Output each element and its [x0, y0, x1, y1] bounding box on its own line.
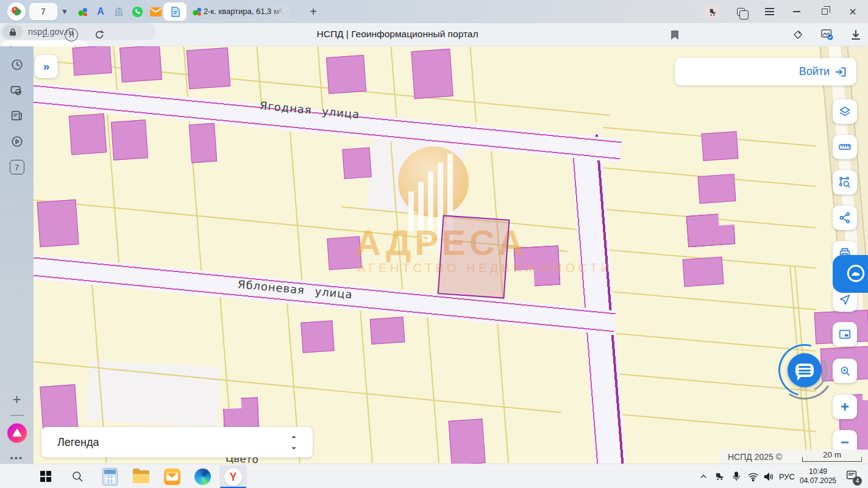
yandex-icon: Я [65, 28, 78, 41]
downloads-button[interactable] [848, 23, 863, 46]
wifi-icon [747, 472, 759, 482]
page-title: НСПД | Геоинформационный портал [316, 29, 478, 40]
restore-icon [822, 9, 828, 15]
layers-button[interactable] [833, 99, 857, 124]
close-button[interactable]: ✕ [845, 4, 861, 19]
pinned-tab-docs-active[interactable] [163, 2, 187, 21]
taskbar-app-calculator[interactable] [101, 464, 119, 488]
building [111, 120, 148, 160]
chat-bubble-icon [795, 364, 814, 377]
tab-counter[interactable]: 7 [29, 3, 57, 20]
restore-button[interactable] [817, 4, 833, 19]
browser-logo[interactable] [6, 1, 27, 22]
login-label: Войти [799, 65, 830, 78]
new-tab-button[interactable]: + [306, 4, 321, 19]
bookmark-icon [671, 30, 679, 40]
tab-list-chevron-icon[interactable]: ▼ [59, 5, 71, 18]
taskbar-explorer[interactable] [132, 464, 150, 488]
tray-microphone[interactable] [729, 464, 744, 488]
tray-expand-button[interactable] [696, 464, 711, 488]
folder-icon [133, 470, 149, 483]
pinned-tab-services[interactable] [74, 4, 90, 19]
zoom-in-button[interactable]: + [833, 395, 857, 419]
taskbar-yandex-active[interactable]: Y [219, 465, 247, 488]
chat-widget[interactable] [781, 346, 828, 394]
minimize-button[interactable] [789, 4, 805, 19]
bookmark-button[interactable] [668, 23, 681, 46]
tray-language[interactable]: РУС [777, 464, 797, 488]
mail-icon [164, 468, 180, 485]
building [37, 199, 79, 247]
seven-icon: 7 [10, 160, 24, 174]
building [686, 212, 735, 247]
legend-panel[interactable]: Легенда ⌃⌃ [41, 427, 313, 458]
skate-icon [704, 4, 720, 20]
building [69, 113, 107, 155]
chat-sticker-widget[interactable] [833, 255, 868, 293]
profile-widget[interactable] [704, 4, 720, 19]
lock-icon[interactable] [2, 25, 23, 38]
map-canvas[interactable]: Ягодная улицаЯблоневая улица АДРЕСА АГЕН… [34, 46, 868, 464]
pinned-tab-bank[interactable] [111, 4, 127, 19]
plus-icon: + [12, 391, 21, 408]
minimize-icon [793, 11, 800, 12]
building [698, 174, 736, 204]
login-icon [834, 66, 847, 78]
whatsapp-icon [132, 6, 143, 18]
start-button[interactable] [35, 464, 56, 488]
pinned-tab-whatsapp[interactable] [129, 4, 145, 19]
notes-button[interactable] [0, 106, 34, 126]
back-button[interactable]: ← [38, 23, 54, 46]
browser-menu-button[interactable] [761, 4, 777, 19]
parcel-line [497, 323, 509, 463]
calculator-icon [102, 468, 118, 486]
search-icon [71, 470, 84, 483]
taskbar-edge[interactable] [193, 464, 212, 488]
parcel-line [290, 132, 302, 280]
share-button[interactable] [833, 206, 857, 230]
extension-button[interactable] [791, 23, 805, 46]
screenshot-button[interactable] [0, 81, 34, 100]
tray-time: 10:49 [809, 467, 827, 476]
screenshot-check-button[interactable] [819, 23, 835, 46]
tab-groups-icon [737, 8, 745, 16]
sneaker-bubble-icon [842, 260, 868, 287]
yandex-home-button[interactable]: Я [63, 23, 79, 46]
building [301, 320, 334, 353]
chat-button[interactable] [788, 353, 822, 387]
tray-volume[interactable] [761, 464, 777, 488]
taskbar-mail[interactable] [163, 464, 181, 488]
menu-icon [765, 8, 774, 15]
colorful-dots-icon [77, 7, 88, 17]
history-button[interactable] [0, 55, 34, 74]
measure-button[interactable] [833, 135, 857, 159]
tab-groups-button[interactable] [733, 4, 749, 19]
sidebar-more-button[interactable]: ••• [0, 450, 34, 465]
tab-favicon [189, 4, 205, 19]
sidebar-add-button[interactable]: + [0, 391, 34, 408]
seven-widget-button[interactable]: 7 [0, 157, 34, 177]
notification-badge: 4 [853, 476, 862, 486]
pinned-tab-a[interactable]: A [93, 4, 108, 19]
pinned-tab-mail[interactable] [148, 4, 163, 19]
reload-button[interactable] [91, 23, 107, 46]
tray-clock[interactable]: 10:49 04.07.2025 [797, 464, 839, 488]
camera-icon [10, 84, 24, 98]
area-search-button[interactable] [833, 170, 857, 195]
tray-wifi[interactable] [745, 464, 761, 488]
edge-icon [194, 468, 211, 485]
tray-notifications[interactable]: 4 [842, 464, 861, 488]
clock-icon [10, 58, 24, 71]
login-bar[interactable]: Войти [675, 58, 856, 85]
more-dots-icon: ••• [10, 453, 24, 463]
alice-button[interactable] [0, 421, 34, 445]
skate-icon [714, 472, 725, 481]
legend-collapse-icon[interactable]: ⌃⌃ [291, 436, 297, 449]
minimap-button[interactable] [833, 322, 857, 346]
tray-app-button[interactable] [712, 464, 728, 488]
map-search-button[interactable] [833, 359, 857, 383]
sidebar-expand-button[interactable]: » [35, 55, 58, 78]
building [411, 49, 453, 99]
taskbar-search-button[interactable] [68, 464, 87, 488]
video-button[interactable] [0, 132, 34, 151]
